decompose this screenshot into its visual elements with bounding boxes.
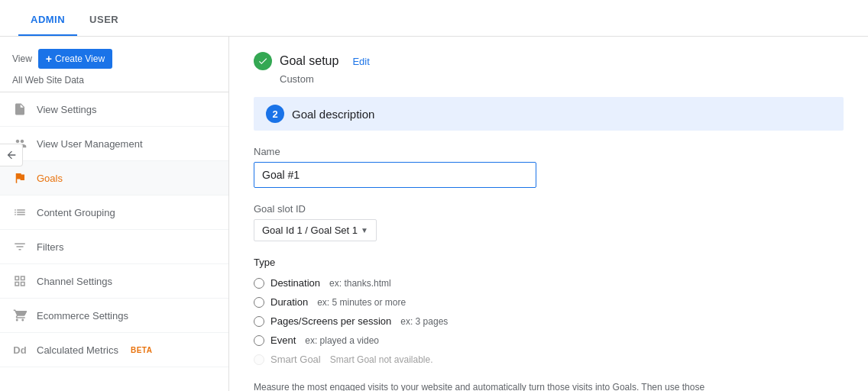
channel-icon bbox=[12, 273, 28, 289]
info-text-content: Measure the most engaged visits to your … bbox=[254, 382, 704, 391]
name-form-group: Name bbox=[254, 146, 844, 188]
document-icon bbox=[12, 102, 28, 117]
main-content: Goal setup Edit Custom 2 Goal descriptio… bbox=[229, 37, 868, 391]
beta-badge: BETA bbox=[131, 346, 152, 354]
type-form-group: Type Destination ex: thanks.html Duratio… bbox=[254, 257, 844, 365]
sidebar-item-calculated-metrics-label: Calculated Metrics bbox=[37, 344, 118, 356]
radio-duration-input[interactable] bbox=[254, 297, 264, 308]
radio-pages-input[interactable] bbox=[254, 316, 264, 327]
goal-setup-subtitle: Custom bbox=[280, 73, 844, 85]
pages-example: ex: 3 pages bbox=[400, 316, 448, 327]
goal-setup-title: Goal setup bbox=[280, 54, 338, 68]
sidebar-item-filters-label: Filters bbox=[37, 241, 63, 253]
edit-link[interactable]: Edit bbox=[352, 56, 369, 67]
step-circle: 2 bbox=[266, 105, 284, 123]
goal-setup-header: Goal setup Edit bbox=[254, 52, 844, 70]
info-text: Measure the most engaged visits to your … bbox=[254, 380, 727, 391]
sidebar-item-view-settings[interactable]: View Settings bbox=[0, 92, 228, 127]
radio-smart-goal-label: Smart Goal bbox=[270, 354, 321, 365]
radio-destination: Destination ex: thanks.html bbox=[254, 277, 844, 289]
sidebar-item-view-settings-label: View Settings bbox=[37, 104, 97, 115]
radio-duration-label[interactable]: Duration bbox=[270, 296, 308, 308]
radio-event-label[interactable]: Event bbox=[270, 334, 296, 346]
sidebar-item-content-grouping[interactable]: Content Grouping bbox=[0, 196, 228, 230]
website-label: All Web Site Data bbox=[0, 75, 228, 92]
flag-icon bbox=[12, 170, 28, 186]
sidebar-item-channel-settings-label: Channel Settings bbox=[37, 276, 112, 287]
sidebar-item-user-management[interactable]: View User Management bbox=[0, 127, 228, 161]
sidebar-item-calculated-metrics[interactable]: Dd Calculated Metrics BETA bbox=[0, 333, 228, 367]
top-navigation: ADMIN USER bbox=[0, 0, 868, 37]
sidebar-view-row: View + Create View bbox=[0, 49, 228, 75]
duration-example: ex: 5 minutes or more bbox=[317, 297, 406, 308]
content-icon bbox=[12, 205, 28, 220]
filter-icon bbox=[12, 239, 28, 254]
radio-duration: Duration ex: 5 minutes or more bbox=[254, 296, 844, 308]
chevron-down-icon: ▼ bbox=[361, 226, 368, 234]
destination-example: ex: thanks.html bbox=[329, 278, 391, 289]
radio-smart-goal-input bbox=[254, 354, 264, 365]
sidebar-item-channel-settings[interactable]: Channel Settings bbox=[0, 264, 228, 299]
create-view-button[interactable]: + Create View bbox=[38, 49, 112, 69]
radio-pages-label[interactable]: Pages/Screens per session bbox=[270, 315, 391, 327]
name-label: Name bbox=[254, 146, 844, 157]
sidebar: View + Create View All Web Site Data Vie… bbox=[0, 37, 229, 391]
sidebar-item-goals[interactable]: Goals bbox=[0, 161, 228, 196]
sidebar-item-goals-label: Goals bbox=[37, 173, 63, 184]
section-header: 2 Goal description bbox=[254, 97, 844, 131]
create-view-label: Create View bbox=[55, 53, 105, 64]
goal-slot-form-group: Goal slot ID Goal Id 1 / Goal Set 1 ▼ bbox=[254, 203, 844, 241]
radio-destination-input[interactable] bbox=[254, 278, 264, 289]
radio-destination-label[interactable]: Destination bbox=[270, 277, 320, 289]
goal-slot-select[interactable]: Goal Id 1 / Goal Set 1 ▼ bbox=[254, 219, 377, 241]
radio-event-input[interactable] bbox=[254, 335, 264, 346]
plus-icon: + bbox=[46, 53, 52, 65]
goal-slot-label: Goal slot ID bbox=[254, 203, 844, 215]
radio-event: Event ex: played a video bbox=[254, 334, 844, 346]
radio-pages-per-session: Pages/Screens per session ex: 3 pages bbox=[254, 315, 844, 327]
sidebar-item-ecommerce-settings-label: Ecommerce Settings bbox=[37, 310, 128, 322]
sidebar-item-content-grouping-label: Content Grouping bbox=[37, 207, 115, 218]
radio-group: Destination ex: thanks.html Duration ex:… bbox=[254, 277, 844, 365]
calc-icon: Dd bbox=[12, 342, 28, 357]
smart-goal-example: Smart Goal not available. bbox=[330, 354, 433, 365]
type-label: Type bbox=[254, 257, 844, 268]
view-label: View bbox=[12, 53, 32, 64]
radio-smart-goal: Smart Goal Smart Goal not available. bbox=[254, 354, 844, 365]
main-layout: View + Create View All Web Site Data Vie… bbox=[0, 37, 868, 391]
tab-admin[interactable]: ADMIN bbox=[18, 5, 77, 36]
goal-slot-value: Goal Id 1 / Goal Set 1 bbox=[262, 225, 358, 236]
sidebar-item-ecommerce-settings[interactable]: Ecommerce Settings bbox=[0, 299, 228, 333]
back-arrow-button[interactable] bbox=[0, 144, 23, 166]
tab-user[interactable]: USER bbox=[77, 5, 131, 36]
cart-icon bbox=[12, 308, 28, 323]
sidebar-item-filters[interactable]: Filters bbox=[0, 230, 228, 264]
name-input[interactable] bbox=[254, 162, 536, 188]
section-title: Goal description bbox=[292, 108, 374, 121]
sidebar-item-user-management-label: View User Management bbox=[37, 138, 143, 150]
event-example: ex: played a video bbox=[305, 335, 379, 346]
check-icon bbox=[254, 52, 272, 70]
